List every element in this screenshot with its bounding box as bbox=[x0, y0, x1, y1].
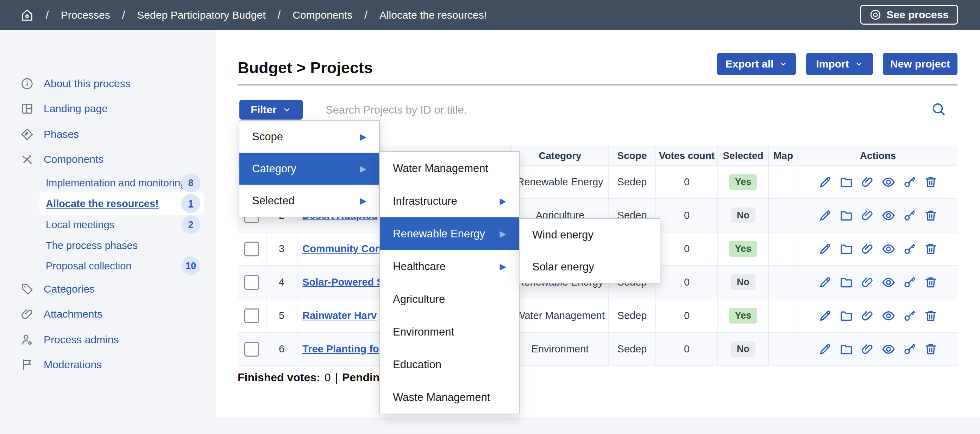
permissions-key-icon[interactable] bbox=[902, 209, 916, 223]
import-button[interactable]: Import bbox=[806, 53, 873, 75]
menu-item-label: Waste Management bbox=[393, 391, 490, 404]
preview-icon[interactable] bbox=[881, 342, 896, 356]
header-map: Map bbox=[769, 146, 799, 165]
sidebar-item-about[interactable]: About this process bbox=[21, 73, 130, 94]
menu-item-waste-management[interactable]: Waste Management bbox=[380, 381, 519, 413]
sidebar-item-local-meetings[interactable]: Local meetings bbox=[46, 214, 115, 235]
menu-item-category[interactable]: Category ▶ bbox=[239, 153, 379, 185]
sidebar-item-categories[interactable]: Categories bbox=[21, 279, 95, 299]
row-actions bbox=[799, 166, 958, 198]
sidebar-item-implementation-monitoring[interactable]: Implementation and monitoring bbox=[46, 172, 186, 193]
see-process-label: See process bbox=[886, 9, 949, 21]
breadcrumb-current[interactable]: Allocate the resources! bbox=[379, 9, 487, 21]
folder-icon[interactable] bbox=[839, 276, 853, 290]
sidebar-item-label: Components bbox=[44, 153, 103, 165]
attachments-icon[interactable] bbox=[860, 342, 874, 356]
menu-item-healthcare[interactable]: Healthcare ▶ bbox=[380, 250, 519, 283]
sidebar-item-process-phases[interactable]: The process phases bbox=[46, 235, 138, 256]
attachments-icon[interactable] bbox=[860, 209, 874, 223]
preview-icon[interactable] bbox=[881, 209, 896, 223]
permissions-key-icon[interactable] bbox=[902, 175, 916, 189]
sidebar-item-attachments[interactable]: Attachments bbox=[21, 304, 102, 325]
preview-icon[interactable] bbox=[881, 276, 896, 290]
menu-item-renewable-energy[interactable]: Renewable Energy ▶ bbox=[380, 217, 519, 250]
sidebar-item-allocate-resources[interactable]: Allocate the resources! bbox=[46, 193, 159, 214]
see-process-button[interactable]: See process bbox=[860, 5, 958, 25]
menu-item-water-management[interactable]: Water Management bbox=[380, 152, 519, 185]
sidebar-item-label: Phases bbox=[44, 128, 79, 140]
row-checkbox[interactable] bbox=[244, 275, 259, 290]
edit-icon[interactable] bbox=[818, 175, 832, 189]
delete-icon[interactable] bbox=[924, 276, 938, 290]
permissions-key-icon[interactable] bbox=[902, 309, 916, 323]
export-all-label: Export all bbox=[725, 58, 774, 70]
preview-icon[interactable] bbox=[881, 175, 896, 189]
votes-summary: Finished votes: 0 | Pending v bbox=[238, 371, 396, 384]
topbar: / Processes / Sedep Participatory Budget… bbox=[0, 0, 980, 30]
sidebar-item-components[interactable]: Components bbox=[21, 149, 103, 170]
menu-item-label: Environment bbox=[393, 326, 454, 338]
project-title-link[interactable]: Rainwater Harv bbox=[302, 310, 377, 322]
attachments-icon[interactable] bbox=[860, 242, 874, 256]
folder-icon[interactable] bbox=[839, 175, 853, 189]
row-votes: 0 bbox=[656, 333, 718, 366]
sidebar-item-landing-page[interactable]: Landing page bbox=[21, 98, 108, 119]
edit-icon[interactable] bbox=[818, 342, 832, 356]
edit-icon[interactable] bbox=[818, 242, 832, 256]
breadcrumb-processes[interactable]: Processes bbox=[61, 9, 110, 21]
menu-item-infrastructure[interactable]: Infrastructure ▶ bbox=[380, 185, 519, 217]
folder-icon[interactable] bbox=[839, 342, 853, 356]
attachments-icon[interactable] bbox=[860, 276, 874, 290]
filter-button[interactable]: Filter bbox=[239, 100, 303, 120]
menu-item-education[interactable]: Education bbox=[380, 348, 519, 381]
folder-icon[interactable] bbox=[839, 209, 853, 223]
edit-icon[interactable] bbox=[818, 209, 832, 223]
delete-icon[interactable] bbox=[924, 175, 938, 189]
permissions-key-icon[interactable] bbox=[902, 242, 916, 256]
row-checkbox[interactable] bbox=[244, 242, 259, 257]
sidebar-item-moderations[interactable]: Moderations bbox=[21, 354, 102, 375]
attachments-icon[interactable] bbox=[860, 175, 874, 189]
sidebar-item-process-admins[interactable]: Process admins bbox=[21, 329, 119, 350]
delete-icon[interactable] bbox=[924, 342, 938, 356]
delete-icon[interactable] bbox=[924, 242, 938, 256]
breadcrumb-process-name[interactable]: Sedep Participatory Budget bbox=[137, 9, 266, 21]
search-input[interactable] bbox=[325, 100, 889, 120]
permissions-key-icon[interactable] bbox=[902, 342, 916, 356]
folder-icon[interactable] bbox=[839, 242, 853, 256]
project-title-link[interactable]: Community Con bbox=[302, 243, 381, 255]
project-title-link[interactable]: Tree Planting fo bbox=[302, 343, 379, 355]
section-divider bbox=[238, 84, 958, 86]
delete-icon[interactable] bbox=[924, 209, 938, 223]
menu-item-selected[interactable]: Selected ▶ bbox=[239, 185, 379, 217]
menu-item-solar-energy[interactable]: Solar energy bbox=[520, 251, 660, 283]
menu-item-scope[interactable]: Scope ▶ bbox=[239, 120, 379, 153]
preview-icon[interactable] bbox=[881, 242, 896, 256]
home-icon[interactable] bbox=[21, 8, 34, 22]
sidebar-item-proposal-collection[interactable]: Proposal collection bbox=[46, 255, 131, 276]
preview-icon[interactable] bbox=[881, 309, 896, 323]
folder-icon[interactable] bbox=[839, 309, 853, 323]
attachments-icon[interactable] bbox=[860, 309, 874, 323]
export-all-button[interactable]: Export all bbox=[717, 53, 796, 75]
project-title-link[interactable]: Solar-Powered S bbox=[302, 276, 383, 288]
new-project-button[interactable]: New project bbox=[883, 53, 958, 75]
row-map bbox=[769, 299, 799, 332]
menu-item-agriculture[interactable]: Agriculture bbox=[380, 283, 519, 315]
submenu-arrow-icon: ▶ bbox=[360, 196, 366, 206]
edit-icon[interactable] bbox=[818, 309, 832, 323]
menu-item-wind-energy[interactable]: Wind energy bbox=[520, 219, 660, 251]
breadcrumb-components[interactable]: Components bbox=[293, 9, 352, 21]
selected-badge: No bbox=[731, 274, 756, 290]
permissions-key-icon[interactable] bbox=[902, 276, 916, 290]
submenu-arrow-icon: ▶ bbox=[360, 164, 366, 174]
delete-icon[interactable] bbox=[924, 309, 938, 323]
row-category: Water Management bbox=[512, 299, 609, 332]
sidebar-item-phases[interactable]: Phases bbox=[21, 124, 79, 145]
search-icon[interactable] bbox=[931, 101, 947, 119]
row-checkbox[interactable] bbox=[244, 342, 259, 356]
layout-icon bbox=[21, 102, 34, 116]
edit-icon[interactable] bbox=[818, 276, 832, 290]
menu-item-environment[interactable]: Environment bbox=[380, 315, 519, 348]
row-checkbox[interactable] bbox=[244, 309, 259, 323]
